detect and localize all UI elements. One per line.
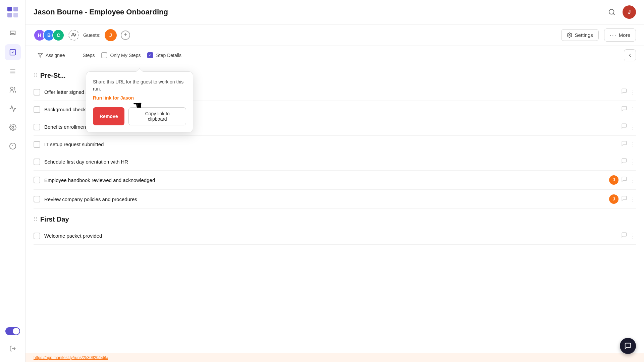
drag-handle-icon[interactable]: ⠿ — [34, 72, 38, 79]
toggle-wrap — [5, 327, 20, 338]
step-details-label: Step Details — [156, 53, 181, 58]
first-day-section-header: ⠿ First Day — [34, 209, 636, 227]
task-label-4: IT setup request submitted — [44, 141, 617, 147]
guests-label: Guests: — [83, 32, 101, 38]
task-checkbox-8[interactable] — [34, 233, 40, 239]
toolbar-left: H B C Guests: J + — [34, 29, 130, 41]
remove-button[interactable]: Remove — [93, 107, 124, 125]
search-button[interactable] — [605, 5, 619, 19]
comment-button-1[interactable] — [621, 88, 627, 96]
task-assignee-6: J — [609, 175, 619, 185]
task-row: Schedule first day orientation with HR ⋮ — [34, 153, 636, 171]
header: Jason Bourne - Employee Onboarding J — [25, 0, 644, 24]
back-button[interactable] — [624, 49, 636, 61]
app-logo[interactable] — [6, 5, 19, 19]
comment-button-7[interactable] — [621, 195, 627, 203]
bottom-bar: https://app.manifest.ly/runs/2530920/edi… — [25, 353, 644, 362]
task-actions-6: J ⋮ — [609, 175, 636, 185]
toggle-knob — [13, 328, 19, 335]
more-button-4[interactable]: ⋮ — [630, 141, 636, 148]
more-button[interactable]: ··· More — [604, 28, 636, 42]
sidebar-item-chart[interactable] — [5, 101, 21, 117]
task-actions-5: ⋮ — [621, 158, 636, 166]
user-avatar[interactable]: J — [623, 5, 636, 19]
settings-label: Settings — [575, 32, 593, 38]
drag-handle-icon-2[interactable]: ⠿ — [34, 216, 38, 223]
more-button-3[interactable]: ⋮ — [630, 123, 636, 131]
task-row: Review company policies and procedures J… — [34, 190, 636, 209]
add-guest-button[interactable] — [68, 30, 79, 41]
task-checkbox-5[interactable] — [34, 159, 40, 165]
more-button-7[interactable]: ⋮ — [630, 195, 636, 203]
task-actions-4: ⋮ — [621, 140, 636, 148]
sidebar-item-inbox[interactable] — [5, 25, 21, 42]
comment-button-5[interactable] — [621, 158, 627, 166]
step-details-checkbox[interactable] — [147, 52, 153, 58]
task-row: Welcome packet provided ⋮ — [34, 227, 636, 245]
assignee-filter[interactable]: Assignee — [34, 51, 69, 60]
task-checkbox-1[interactable] — [34, 89, 40, 96]
svg-point-14 — [609, 9, 614, 14]
guest-j-avatar[interactable]: J — [105, 29, 117, 41]
sidebar-item-tasks[interactable] — [5, 44, 21, 60]
task-checkbox-3[interactable] — [34, 124, 40, 130]
more-button-2[interactable]: ⋮ — [630, 106, 636, 113]
steps-label: Steps — [83, 53, 95, 58]
pre-start-title: Pre-St... — [40, 72, 66, 79]
header-actions: J — [605, 5, 636, 19]
svg-point-18 — [569, 35, 570, 36]
comment-button-2[interactable] — [621, 106, 627, 113]
task-checkbox-6[interactable] — [34, 177, 40, 183]
comment-button-3[interactable] — [621, 123, 627, 131]
mode-toggle[interactable] — [5, 327, 20, 335]
bottom-url[interactable]: https://app.manifest.ly/runs/2530920/edi… — [34, 355, 108, 360]
task-label-8: Welcome packet provided — [44, 233, 617, 239]
svg-rect-0 — [7, 7, 12, 11]
main-content: Jason Bourne - Employee Onboarding J H B… — [25, 0, 644, 362]
sidebar-item-list[interactable] — [5, 63, 21, 79]
guest-popup: Share this URL for the guest to work on … — [86, 71, 193, 132]
task-label-5: Schedule first day orientation with HR — [44, 159, 617, 165]
task-label-7: Review company policies and procedures — [44, 196, 605, 202]
step-details-filter[interactable]: Step Details — [147, 52, 181, 58]
more-button-6[interactable]: ⋮ — [630, 176, 636, 184]
run-link[interactable]: Run link for Jason — [93, 95, 186, 101]
toolbar: H B C Guests: J + Settings ··· More — [25, 24, 644, 46]
comment-button-4[interactable] — [621, 140, 627, 148]
guest-avatar-3[interactable]: C — [52, 29, 64, 41]
only-my-steps-label: Only My Steps — [110, 53, 141, 58]
filter-bar: Assignee Steps Only My Steps Step Detail… — [25, 46, 644, 65]
more-button-8[interactable]: ⋮ — [630, 232, 636, 240]
sidebar-item-settings[interactable] — [5, 119, 21, 135]
sidebar-item-info[interactable] — [5, 138, 21, 154]
sidebar-item-team[interactable] — [5, 82, 21, 98]
only-my-steps-filter[interactable]: Only My Steps — [101, 52, 141, 58]
more-button-1[interactable]: ⋮ — [630, 88, 636, 96]
comment-button-8[interactable] — [621, 232, 627, 240]
toolbar-right: Settings ··· More — [561, 28, 636, 42]
task-actions-8: ⋮ — [621, 232, 636, 240]
exit-button[interactable] — [5, 341, 21, 357]
more-label: More — [619, 32, 630, 38]
task-row: IT setup request submitted ⋮ — [34, 136, 636, 153]
svg-rect-1 — [13, 7, 18, 11]
comment-button-6[interactable] — [621, 176, 627, 184]
task-checkbox-4[interactable] — [34, 141, 40, 148]
settings-button[interactable]: Settings — [561, 29, 599, 41]
more-button-5[interactable]: ⋮ — [630, 158, 636, 166]
sidebar — [0, 0, 25, 362]
task-checkbox-2[interactable] — [34, 106, 40, 113]
task-actions-3: ⋮ — [621, 123, 636, 131]
page-title: Jason Bourne - Employee Onboarding — [34, 8, 168, 16]
add-guest-circle-button[interactable]: + — [121, 31, 130, 40]
only-my-steps-checkbox[interactable] — [101, 52, 107, 58]
task-actions-7: J ⋮ — [609, 194, 636, 204]
guest-avatars: H B C — [34, 29, 64, 41]
task-actions-1: ⋮ — [621, 88, 636, 96]
svg-line-15 — [613, 13, 614, 15]
task-checkbox-7[interactable] — [34, 196, 40, 202]
copy-link-button[interactable]: Copy link to clipboard — [128, 107, 186, 125]
first-day-title: First Day — [40, 216, 69, 223]
chat-button[interactable] — [620, 338, 636, 354]
task-actions-2: ⋮ — [621, 106, 636, 113]
